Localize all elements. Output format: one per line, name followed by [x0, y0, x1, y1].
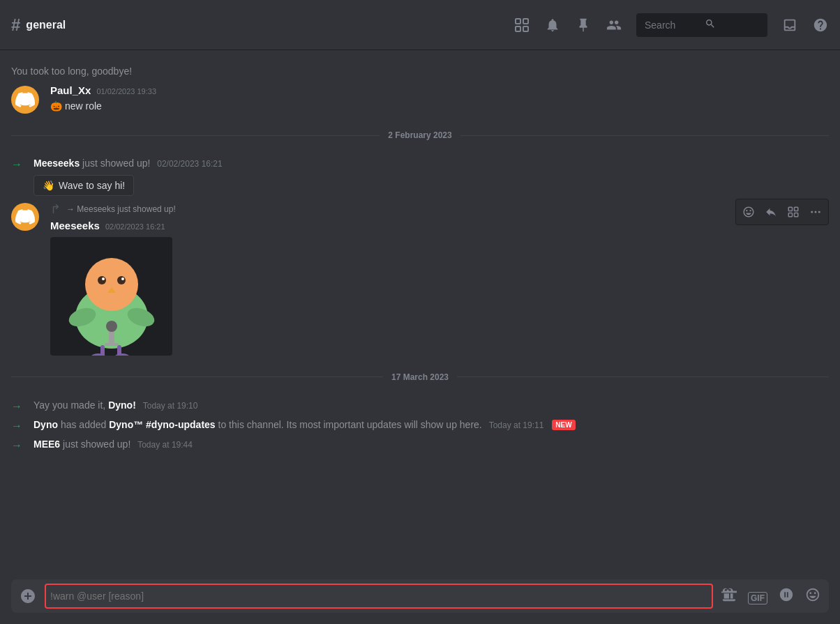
- svg-rect-3: [523, 26, 528, 31]
- dyno-add-timestamp: Today at 19:11: [489, 420, 544, 430]
- help-icon[interactable]: [812, 17, 829, 33]
- system-msg-content-mee6: MEE6 just showed up! Today at 19:44: [33, 438, 193, 452]
- svg-point-9: [121, 277, 124, 280]
- message-input-area: GIF: [0, 579, 840, 624]
- upload-sticker-btn[interactable]: [779, 587, 794, 606]
- svg-rect-23: [795, 213, 798, 216]
- channel-hash-icon: #: [11, 15, 20, 35]
- system-msg-content-meeseeks: Meeseeks just showed up! 02/02/2023 16:2…: [33, 157, 223, 196]
- mee6-action: just showed up!: [63, 439, 133, 450]
- avatar-meeseeks: [11, 203, 39, 231]
- emoji-paul: 🎃: [50, 100, 62, 112]
- search-icon: [705, 18, 759, 31]
- system-msg-mee6: → MEE6 just showed up! Today at 19:44: [0, 435, 840, 455]
- svg-point-24: [811, 211, 813, 213]
- pinned-icon[interactable]: [575, 17, 592, 33]
- message-text-paul: 🎃 new role: [50, 99, 829, 114]
- notifications-icon[interactable]: [544, 17, 561, 33]
- svg-point-7: [102, 277, 105, 280]
- message-header-meeseeks: Meeseeks 02/02/2023 16:21: [50, 220, 829, 231]
- svg-rect-20: [788, 207, 792, 211]
- system-timestamp-meeseeks: 02/02/2023 16:21: [157, 159, 222, 169]
- system-action-meeseeks: just showed up!: [82, 158, 153, 169]
- search-placeholder: Search: [645, 20, 699, 31]
- members-icon[interactable]: [606, 17, 622, 33]
- gift-icon[interactable]: [721, 587, 737, 606]
- date-divider-feb: 2 February 2023: [0, 125, 840, 146]
- svg-point-25: [815, 211, 817, 213]
- svg-rect-15: [105, 343, 119, 346]
- svg-rect-22: [788, 213, 792, 216]
- threads-icon[interactable]: [513, 17, 530, 33]
- reply-arrow: ↱: [50, 201, 61, 217]
- username-meeseeks: Meeseeks: [50, 220, 100, 231]
- dyno-timestamp: Today at 19:10: [143, 401, 198, 411]
- system-msg-dyno-added: → Dyno has added Dyno™ #dyno-updates to …: [0, 416, 840, 435]
- message-body-meeseeks: ↱ → Meeseeks just showed up! Meeseeks 02…: [50, 201, 829, 356]
- messages-area: You took too long, goodbye! Paul_Xx 01/0…: [0, 50, 840, 579]
- wave-label: Wave to say hi!: [59, 180, 125, 191]
- chat-message-meeseeks: ↱ → Meeseeks just showed up! Meeseeks 02…: [0, 199, 840, 358]
- threads-btn[interactable]: [783, 202, 803, 222]
- gif-button[interactable]: GIF: [748, 588, 767, 604]
- reply-text: → Meeseeks just showed up!: [66, 204, 176, 214]
- svg-point-26: [818, 211, 820, 213]
- search-bar[interactable]: Search: [636, 13, 767, 37]
- svg-rect-1: [523, 19, 528, 24]
- date-divider-march: 17 March 2023: [0, 367, 840, 388]
- message-body-paul: Paul_Xx 01/02/2023 19:33 🎃 new role: [50, 84, 829, 114]
- dyno-channel-name: Dyno™ #dyno-updates: [109, 419, 215, 430]
- svg-point-8: [117, 276, 126, 284]
- header-icons: Search: [513, 13, 829, 37]
- timestamp-paul: 01/02/2023 19:33: [96, 87, 156, 96]
- svg-point-5: [85, 258, 138, 311]
- username-paul: Paul_Xx: [50, 84, 91, 96]
- channel-name: general: [26, 19, 66, 31]
- attach-button[interactable]: [20, 588, 36, 604]
- dyno-suffix: to this channel. Its most important upda…: [218, 419, 482, 430]
- react-btn[interactable]: [739, 202, 758, 222]
- inbox-icon[interactable]: [781, 17, 798, 33]
- svg-rect-0: [516, 19, 520, 24]
- system-msg-content-dyno-add: Dyno has added Dyno™ #dyno-updates to th…: [33, 418, 576, 432]
- reply-ref-meeseeks: ↱ → Meeseeks just showed up!: [50, 201, 829, 217]
- header: # general Search: [0, 0, 840, 50]
- svg-rect-21: [795, 207, 798, 211]
- hover-toolbar-meeseeks: [735, 199, 829, 225]
- system-msg-content-dyno: Yay you made it, Dyno! Today at 19:10: [33, 399, 197, 413]
- message-input[interactable]: [45, 584, 713, 609]
- system-msg-dyno-joined: → Yay you made it, Dyno! Today at 19:10: [0, 396, 840, 416]
- arrow-icon-dyno-add: →: [11, 420, 22, 432]
- more-btn[interactable]: [806, 202, 825, 222]
- arrow-icon-dyno: →: [11, 400, 22, 413]
- header-left: # general: [11, 15, 505, 35]
- reply-btn[interactable]: [761, 202, 781, 222]
- emoji-button[interactable]: [805, 587, 820, 606]
- system-username-meeseeks: Meeseeks: [33, 158, 80, 169]
- timestamp-meeseeks: 02/02/2023 16:21: [105, 222, 165, 231]
- svg-point-14: [106, 321, 117, 332]
- dyno-name: Dyno!: [108, 399, 136, 411]
- mee6-name: MEE6: [33, 439, 60, 450]
- dyno-has-added: has added: [61, 419, 109, 430]
- gif-label: GIF: [748, 592, 767, 604]
- date-text-march: 17 March 2023: [383, 372, 457, 382]
- message-row-meeseeks: ↱ → Meeseeks just showed up! Meeseeks 02…: [0, 199, 840, 358]
- wave-emoji: 👋: [43, 180, 54, 191]
- chat-message-paul: Paul_Xx 01/02/2023 19:33 🎃 new role: [0, 82, 840, 116]
- system-msg-meeseeks-joined: → Meeseeks just showed up! 02/02/2023 16…: [0, 154, 840, 199]
- svg-rect-2: [516, 26, 520, 31]
- arrow-icon-meeseeks: →: [11, 158, 22, 171]
- chick-image: [50, 237, 172, 356]
- wave-button[interactable]: 👋 Wave to say hi!: [33, 175, 134, 196]
- mee6-timestamp: Today at 19:44: [137, 440, 193, 450]
- date-text-feb: 2 February 2023: [380, 130, 460, 140]
- message-input-wrapper: GIF: [11, 579, 829, 613]
- partial-text: You took too long, goodbye!: [11, 66, 132, 77]
- arrow-icon-mee6: →: [11, 439, 22, 452]
- svg-point-6: [98, 276, 106, 284]
- new-badge: NEW: [552, 420, 575, 430]
- yay-text: Yay you made it,: [33, 399, 108, 411]
- avatar-paul: [11, 86, 39, 114]
- message-header-paul: Paul_Xx 01/02/2023 19:33: [50, 84, 829, 96]
